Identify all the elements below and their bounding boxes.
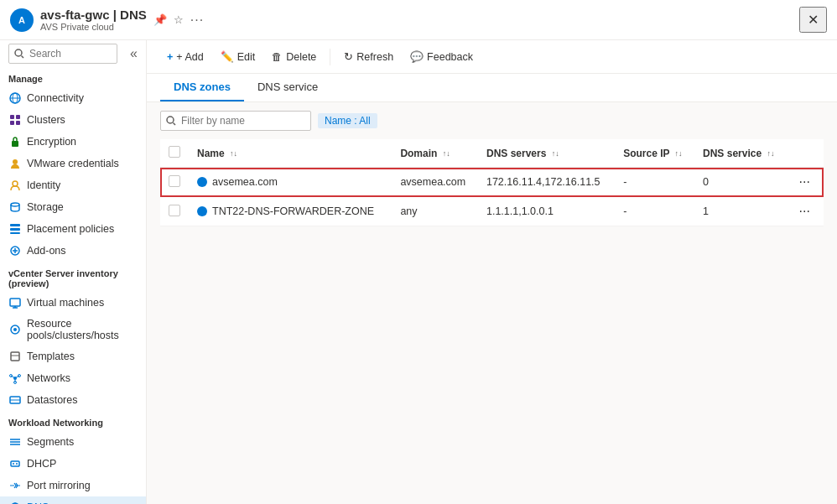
svg-rect-6: [16, 121, 20, 125]
top-bar: A avs-fta-gwc | DNS AVS Private cloud 📌 …: [0, 0, 837, 40]
sidebar-search-input[interactable]: [8, 44, 117, 64]
resource-pools-icon: [8, 323, 22, 336]
refresh-button[interactable]: ↻ Refresh: [337, 47, 400, 66]
virtual-machines-label: Virtual machines: [27, 297, 104, 309]
resource-pools-label: Resource pools/clusters/hosts: [27, 318, 138, 341]
add-ons-icon: [8, 244, 22, 257]
row1-source-ip: -: [615, 168, 694, 197]
star-icon[interactable]: ☆: [174, 13, 184, 26]
storage-label: Storage: [27, 201, 64, 213]
row1-name-cell: avsemea.com: [189, 168, 392, 197]
tab-dns-zones[interactable]: DNS zones: [160, 74, 244, 101]
row1-more-button[interactable]: ···: [796, 174, 814, 190]
sidebar-item-storage[interactable]: Storage: [0, 196, 146, 218]
dns-zones-table: Name ↑↓ Domain ↑↓ DNS servers ↑↓ Sourc: [160, 139, 824, 226]
segments-label: Segments: [27, 436, 74, 448]
resource-icon: A: [10, 8, 34, 32]
row1-checkbox[interactable]: [169, 175, 180, 187]
more-icon[interactable]: ···: [190, 13, 204, 28]
th-source-ip: Source IP ↑↓: [615, 139, 694, 168]
sidebar-item-identity[interactable]: Identity: [0, 174, 146, 196]
name-sort-icon[interactable]: ↑↓: [230, 149, 237, 158]
row2-dns-service: 1: [694, 197, 788, 226]
dns-icon: [8, 501, 22, 504]
clusters-icon: [8, 113, 22, 127]
select-all-checkbox[interactable]: [169, 146, 180, 158]
svg-rect-17: [10, 299, 20, 306]
table-container: Name ↑↓ Domain ↑↓ DNS servers ↑↓ Sourc: [147, 139, 837, 504]
sidebar-item-encryption[interactable]: Encryption: [0, 131, 146, 153]
row2-domain: any: [392, 197, 478, 226]
networks-icon: [8, 372, 22, 385]
sidebar-item-dns[interactable]: DNS: [0, 496, 146, 504]
filter-input[interactable]: [160, 111, 311, 131]
datastores-label: Datastores: [27, 394, 77, 406]
add-button[interactable]: + + Add: [160, 48, 211, 66]
edit-icon: ✏️: [221, 50, 234, 63]
sidebar-collapse-icon[interactable]: «: [130, 46, 138, 61]
connectivity-icon: [8, 91, 22, 105]
row2-checkbox[interactable]: [169, 205, 180, 216]
dns-servers-sort-icon[interactable]: ↑↓: [552, 149, 559, 158]
sidebar-item-connectivity[interactable]: Connectivity: [0, 87, 146, 109]
sidebar-item-networks[interactable]: Networks: [0, 367, 146, 389]
sidebar-item-vmware-credentials[interactable]: VMware credentials: [0, 153, 146, 174]
row2-name-cell: TNT22-DNS-FORWARDER-ZONE: [189, 197, 392, 226]
source-ip-sort-icon[interactable]: ↑↓: [675, 149, 683, 158]
networks-label: Networks: [27, 372, 70, 384]
top-bar-left: A avs-fta-gwc | DNS AVS Private cloud 📌 …: [10, 8, 204, 32]
sidebar-item-placement-policies[interactable]: Placement policies: [0, 218, 146, 240]
row2-source-ip: -: [615, 197, 694, 226]
datastores-icon: [8, 393, 22, 407]
svg-rect-33: [11, 461, 19, 466]
toolbar-separator: [330, 49, 330, 65]
svg-point-10: [11, 203, 19, 206]
sidebar-item-virtual-machines[interactable]: Virtual machines: [0, 292, 146, 314]
sidebar-item-clusters[interactable]: Clusters: [0, 109, 146, 131]
sidebar-item-port-mirroring[interactable]: Port mirroring: [0, 475, 146, 496]
placement-policies-icon: [8, 222, 22, 236]
sidebar-item-dhcp[interactable]: DHCP: [0, 453, 146, 475]
filter-bar: Name : All: [147, 102, 837, 139]
feedback-button[interactable]: 💬 Feedback: [403, 47, 480, 66]
templates-label: Templates: [27, 351, 75, 362]
row1-name: avsemea.com: [197, 176, 383, 188]
delete-button[interactable]: 🗑 Delete: [265, 48, 323, 66]
table-header: Name ↑↓ Domain ↑↓ DNS servers ↑↓ Sourc: [160, 139, 824, 168]
dns-service-sort-icon[interactable]: ↑↓: [767, 149, 774, 158]
row2-dns-servers: 1.1.1.1,1.0.0.1: [478, 197, 615, 226]
encryption-label: Encryption: [27, 136, 76, 148]
table-row: TNT22-DNS-FORWARDER-ZONE any 1.1.1.1,1.0…: [160, 197, 824, 226]
vmware-credentials-icon: [8, 157, 22, 170]
sidebar-item-segments[interactable]: Segments: [0, 431, 146, 453]
row2-name: TNT22-DNS-FORWARDER-ZONE: [197, 205, 383, 217]
section-workload-label: Workload Networking: [0, 411, 146, 431]
svg-point-35: [16, 463, 18, 465]
add-ons-label: Add-ons: [27, 245, 66, 257]
pin-icon[interactable]: 📌: [153, 13, 167, 26]
row2-actions-cell: ···: [788, 197, 824, 226]
port-mirroring-icon: [8, 479, 22, 492]
title-group: avs-fta-gwc | DNS AVS Private cloud: [40, 8, 147, 32]
svg-rect-4: [16, 115, 20, 119]
domain-sort-icon[interactable]: ↑↓: [443, 149, 450, 158]
sidebar-item-templates[interactable]: Templates: [0, 346, 146, 367]
close-button[interactable]: ✕: [799, 7, 827, 33]
tabs-bar: DNS zones DNS service: [147, 74, 837, 102]
th-dns-service: DNS service ↑↓: [694, 139, 788, 168]
sidebar-item-add-ons[interactable]: Add-ons: [0, 240, 146, 262]
tab-dns-service[interactable]: DNS service: [244, 74, 331, 101]
sidebar-item-datastores[interactable]: Datastores: [0, 389, 146, 411]
sidebar-item-resource-pools[interactable]: Resource pools/clusters/hosts: [0, 314, 146, 346]
port-mirroring-label: Port mirroring: [27, 480, 91, 491]
filter-tag: Name : All: [318, 113, 377, 128]
svg-point-21: [13, 328, 17, 331]
edit-button[interactable]: ✏️ Edit: [214, 47, 263, 66]
row1-dns-service: 0: [694, 168, 788, 197]
row2-more-button[interactable]: ···: [796, 204, 814, 219]
delete-icon: 🗑: [272, 51, 283, 63]
row2-dns-dot: [197, 206, 207, 216]
svg-rect-22: [11, 352, 19, 361]
svg-rect-13: [10, 232, 20, 234]
sidebar: « Manage Connectivity Clusters Encryptio…: [0, 40, 147, 504]
